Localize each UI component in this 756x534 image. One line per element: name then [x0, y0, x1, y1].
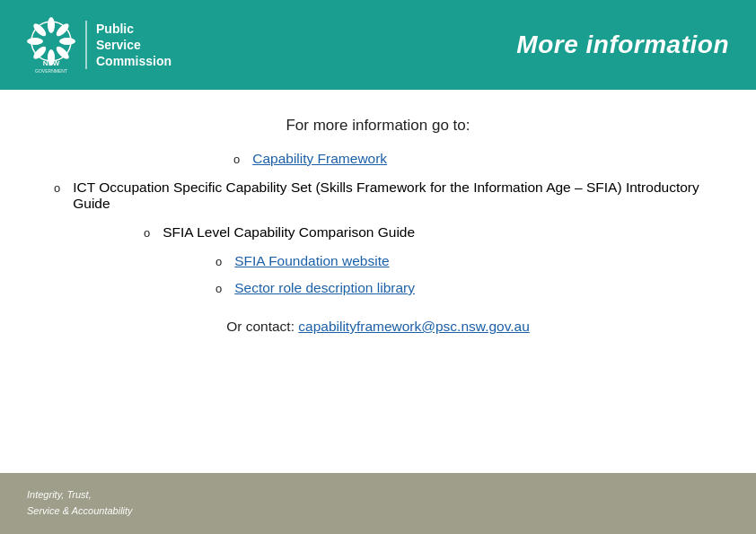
svg-point-7: [27, 38, 43, 45]
capability-framework-item: o Capability Framework: [233, 151, 702, 167]
svg-point-8: [31, 22, 48, 38]
svg-point-3: [59, 38, 75, 45]
bullet-5: o: [215, 282, 222, 295]
bullet-4: o: [215, 255, 222, 268]
logo-line2: Service: [96, 37, 171, 53]
footer: Integrity, Trust, Service & Accountabili…: [0, 473, 756, 534]
logo-line1: Public: [96, 21, 171, 37]
sfia-foundation-link[interactable]: SFIA Foundation website: [234, 253, 389, 269]
svg-text:NSW: NSW: [43, 59, 60, 67]
ict-text: ICT Occupation Specific Capability Set (…: [73, 179, 702, 212]
logo-line3: Commission: [96, 53, 171, 69]
contact-email-link[interactable]: capabilityframework@psc.nsw.gov.au: [298, 319, 530, 334]
page-title: More information: [516, 31, 729, 59]
svg-point-9: [44, 34, 58, 48]
capability-framework-link[interactable]: Capability Framework: [252, 151, 387, 167]
bullet-1: o: [233, 153, 240, 166]
logo-area: NSW GOVERNMENT Public Service Commission: [27, 16, 171, 74]
footer-line2: Service & Accountability: [27, 503, 133, 520]
sector-role-link[interactable]: Sector role description library: [234, 280, 415, 296]
bullet-2: o: [54, 181, 60, 195]
sfia-foundation-item: o SFIA Foundation website: [215, 253, 702, 269]
contact-prefix: Or contact:: [226, 319, 298, 334]
svg-point-2: [55, 22, 71, 38]
footer-text: Integrity, Trust, Service & Accountabili…: [27, 487, 133, 519]
logo-text: Public Service Commission: [85, 21, 171, 70]
header: NSW GOVERNMENT Public Service Commission…: [0, 0, 756, 90]
svg-point-1: [48, 17, 55, 33]
svg-text:GOVERNMENT: GOVERNMENT: [35, 68, 67, 74]
intro-text: For more information go to:: [54, 117, 702, 135]
sfia-level-item: o SFIA Level Capability Comparison Guide: [144, 224, 702, 241]
footer-line1: Integrity, Trust,: [27, 487, 133, 503]
contact-section: Or contact: capabilityframework@psc.nsw.…: [54, 319, 702, 335]
main-content: For more information go to: o Capability…: [0, 90, 756, 494]
sector-role-item: o Sector role description library: [215, 280, 702, 296]
nsw-logo-icon: NSW GOVERNMENT: [27, 16, 76, 74]
bullet-3: o: [144, 226, 150, 240]
ict-item: o ICT Occupation Specific Capability Set…: [54, 179, 702, 212]
sfia-level-text: SFIA Level Capability Comparison Guide: [163, 224, 415, 241]
